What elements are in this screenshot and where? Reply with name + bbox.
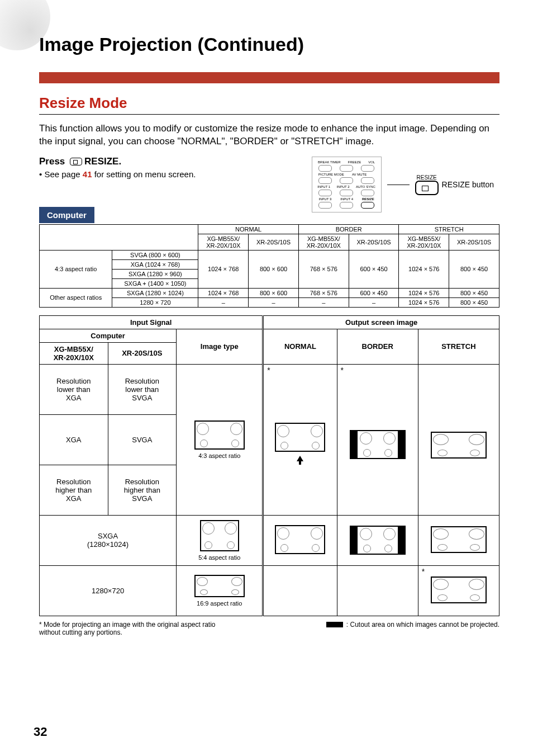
intro-paragraph: This function allows you to modify or cu…: [39, 122, 499, 148]
remote-btn: [361, 177, 374, 184]
group-label: 4:3 aspect ratio: [40, 250, 112, 288]
sub-prefix: • See page: [39, 169, 83, 179]
subheader: XG-MB55X/ XR-20X/10X: [298, 234, 349, 250]
val: 768 × 576: [298, 288, 349, 297]
val: 800 × 450: [449, 288, 499, 297]
remote-lbl: VOL: [368, 160, 375, 164]
aspect-4-3-label: 4:3 aspect ratio: [181, 452, 258, 459]
asterisk: *: [422, 567, 425, 576]
remote-lbl: INPUT 3: [319, 197, 332, 201]
resolution-table: NORMAL BORDER STRETCH XG-MB55X/ XR-20X/1…: [39, 224, 499, 308]
cell-1280x720: 1280×720: [40, 565, 177, 616]
mode-col-stretch: STRETCH: [418, 329, 499, 364]
sub-suffix: for setting on menu screen.: [92, 169, 196, 179]
cell-res-higher-xga: Resolution higher than XGA: [40, 465, 108, 515]
remote-btn: [340, 190, 353, 196]
remote-lbl: RESIZE: [362, 197, 374, 201]
remote-btn: [318, 177, 332, 184]
page-reference: 41: [83, 169, 92, 179]
border-diagram: [350, 430, 406, 459]
stretch-diagram: [431, 526, 487, 553]
aspect-diagram-5-4: [200, 520, 239, 551]
blank-header: [40, 224, 198, 250]
output-diagram: [275, 423, 325, 452]
resize-button-icon: [70, 158, 82, 166]
up-arrow-icon: [294, 455, 306, 466]
imagetype-header: Image type: [177, 329, 263, 364]
resize-small-label: RESIZE: [415, 174, 439, 181]
mode-header-normal: NORMAL: [198, 224, 299, 234]
val: –: [349, 297, 399, 307]
mode-header-stretch: STRETCH: [399, 224, 499, 234]
val: 1024 × 576: [399, 297, 449, 307]
asterisk: *: [267, 366, 270, 375]
output-border-4-3: *: [337, 364, 418, 515]
page-title: Image Projection (Continued): [39, 34, 499, 55]
remote-callout-area: BREAK TIMERFREEZEVOL PICTURE MODEAV MUTE…: [312, 157, 494, 212]
black-swatch-icon: [326, 622, 343, 627]
output-border-16-9-empty: [337, 565, 418, 616]
subheader: XG-MB55X/ XR-20X/10X: [198, 234, 249, 250]
output-stretch-4-3: [418, 364, 499, 515]
remote-lbl: INPUT 2: [337, 185, 350, 188]
res-row: SVGA (800 × 600): [112, 250, 198, 259]
val: 600 × 450: [349, 288, 399, 297]
remote-btn: [340, 177, 353, 184]
asterisk: *: [341, 366, 344, 375]
mode-col-normal: NORMAL: [263, 329, 337, 364]
model-col: XR-20S/10S: [108, 342, 177, 364]
remote-lbl: INPUT 1: [317, 185, 330, 188]
output-normal-4-3: *: [263, 364, 337, 515]
output-diagram: [275, 525, 325, 554]
output-stretch-5-4: [418, 515, 499, 565]
cell-res-lower-xga: Resolution lower than XGA: [40, 364, 108, 414]
val: –: [298, 297, 349, 307]
remote-btn: [318, 202, 332, 209]
cell-res-higher-svga: Resolution higher than SVGA: [108, 465, 177, 515]
cell-res-lower-svga: Resolution lower than SVGA: [108, 364, 177, 414]
press-word: RESIZE.: [84, 156, 121, 167]
imagetype-5-4: 5:4 aspect ratio: [177, 515, 263, 565]
val: 1024 × 768: [198, 288, 249, 297]
imagetype-4-3: 4:3 aspect ratio: [177, 364, 263, 515]
subheader: XG-MB55X/ XR-20X/10X: [399, 234, 449, 250]
imagetype-16-9: 16:9 aspect ratio: [177, 565, 263, 616]
press-prefix: Press: [39, 156, 68, 167]
input-header: Input Signal: [40, 315, 263, 329]
border-diagram: [350, 526, 406, 555]
page-number: 32: [34, 725, 47, 739]
resize-button-text: RESIZE button: [442, 180, 494, 189]
aspect-diagram-16-9: [194, 575, 245, 597]
val: –: [198, 297, 249, 307]
red-divider-bar: [39, 72, 499, 83]
aspect-diagram-4-3: [194, 420, 245, 450]
mode-header-border: BORDER: [298, 224, 399, 234]
val: 600 × 450: [349, 250, 399, 288]
val: 1024 × 576: [399, 250, 449, 288]
subheader: XR-20S/10S: [449, 234, 499, 250]
val: 800 × 600: [249, 250, 299, 288]
resize-button-large-icon: [415, 181, 439, 195]
subheader: XR-20S/10S: [349, 234, 399, 250]
cell-svga: SVGA: [108, 414, 177, 465]
output-stretch-16-9: *: [418, 565, 499, 616]
stretch-diagram: [431, 432, 487, 459]
remote-btn: [361, 165, 374, 172]
remote-lbl: FREEZE: [348, 160, 361, 164]
val: 1024 × 576: [399, 288, 449, 297]
res-row: 1280 × 720: [112, 297, 198, 307]
footnote-asterisk: * Mode for projecting an image with the …: [39, 621, 229, 636]
remote-panel-diagram: BREAK TIMERFREEZEVOL PICTURE MODEAV MUTE…: [312, 157, 382, 212]
remote-btn: [318, 190, 332, 196]
output-border-5-4: [337, 515, 418, 565]
res-row: SXGA (1280 × 960): [112, 269, 198, 278]
val: 768 × 576: [298, 250, 349, 288]
model-col: XG-MB55X/ XR-20X/10X: [40, 342, 108, 364]
remote-lbl: AV MUTE: [352, 173, 367, 176]
output-header: Output screen image: [263, 315, 499, 329]
cell-sxga: SXGA (1280×1024): [40, 515, 177, 565]
remote-lbl: BREAK TIMER: [318, 160, 341, 164]
footnote-cutout: : Cutout area on which images cannot be …: [326, 621, 499, 636]
computer-tab: Computer: [39, 207, 94, 223]
aspect-16-9-label: 16:9 aspect ratio: [177, 600, 262, 607]
